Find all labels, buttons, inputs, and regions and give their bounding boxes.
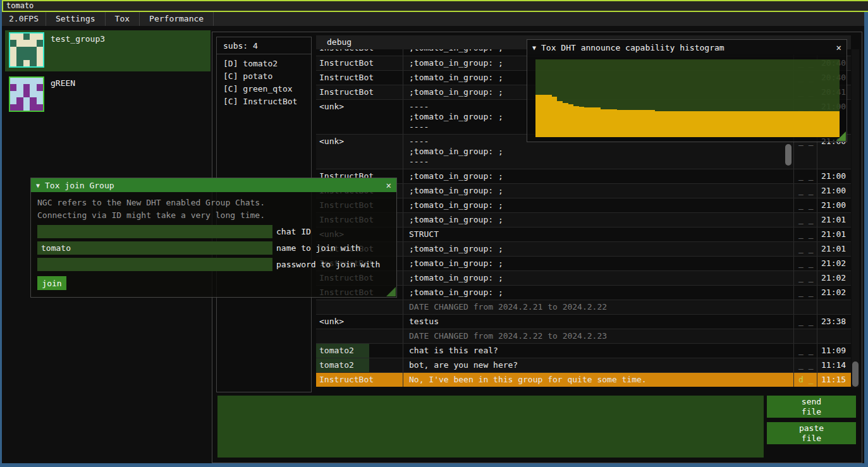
window-titlebar[interactable]: tomato (2, 0, 868, 12)
join-description-line: NGC refers to the New DHT enabled Group … (37, 197, 390, 209)
chat-message-row[interactable]: tomato2chat is this real?_ _11:09 (316, 343, 851, 358)
message-timestamp: 21:01 (817, 242, 850, 256)
histogram-bar (699, 111, 704, 137)
histogram-bar (546, 95, 552, 137)
chat-scrollbar-thumb[interactable] (852, 361, 859, 387)
message-sender: InstructBot (316, 71, 403, 85)
chat-message-row[interactable]: tomato2bot, are you new here?_ _11:14 (316, 358, 851, 372)
message-sender-cell: InstructBot (316, 373, 403, 387)
message-sender-cell (316, 329, 403, 343)
message-text: bot, are you new here? (403, 358, 794, 372)
menu-item-tox[interactable]: Tox (106, 12, 140, 26)
group-item[interactable]: gREEN (5, 75, 211, 116)
collapse-arrow-icon[interactable]: ▼ (36, 182, 40, 189)
avatar-pixel (30, 78, 36, 84)
avatar-pixel (30, 47, 36, 53)
dht-histogram-titlebar[interactable]: ▼ Tox DHT announce capability histogram … (527, 40, 847, 55)
message-input[interactable] (217, 396, 764, 458)
chat-id-input[interactable] (37, 225, 272, 238)
avatar-pixel (23, 53, 30, 59)
histogram-bar (747, 111, 753, 137)
avatar-pixel (16, 78, 23, 84)
log-scrollbar-thumb[interactable] (785, 144, 792, 166)
histogram-bar (563, 103, 568, 137)
group-item[interactable]: test_group3 (5, 30, 211, 71)
histogram-bar (791, 111, 797, 137)
avatar-pixel (16, 53, 23, 59)
join-group-title: Tox join Group (45, 181, 114, 190)
message-flags: d _ (794, 373, 817, 387)
message-sender-cell: InstructBot (316, 71, 403, 85)
avatar-pixel (10, 97, 16, 104)
histogram-bar (709, 111, 715, 137)
histogram-bar (617, 110, 623, 137)
message-sender: InstructBot (316, 49, 403, 56)
avatar-pixel (10, 53, 16, 59)
collapse-arrow-icon[interactable]: ▼ (532, 44, 536, 51)
histogram-bar (633, 110, 639, 137)
histogram-bar (764, 111, 769, 137)
send-file-button[interactable]: send file (767, 396, 856, 418)
avatar-pixel (10, 104, 16, 111)
message-text: ;tomato_in_group: ; (403, 169, 794, 183)
message-sender-cell (316, 300, 403, 314)
avatar-pixel (37, 97, 43, 104)
message-timestamp: 21:01 (817, 227, 850, 241)
histogram-bar (693, 111, 699, 137)
message-sender-cell: tomato2 (316, 344, 403, 358)
message-flags-cell (794, 300, 817, 314)
message-text: ;tomato_in_group: ; (403, 271, 794, 285)
avatar-pixel (10, 47, 16, 53)
message-sender: tomato2 (316, 344, 369, 358)
close-icon[interactable]: ✕ (386, 180, 391, 190)
dht-histogram-window: ▼ Tox DHT announce capability histogram … (527, 39, 847, 142)
chat-message-row[interactable]: <unk>testus_ _23:38 (316, 314, 851, 329)
join-name-input[interactable] (37, 241, 272, 255)
paste-file-button[interactable]: paste file (767, 422, 856, 444)
message-flags: _ _ (794, 358, 817, 372)
message-sender: tomato2 (316, 358, 369, 372)
message-timestamp: 21:01 (817, 213, 850, 227)
histogram-bar (774, 111, 780, 137)
message-text: ;tomato_in_group: ; (403, 213, 794, 227)
histogram-bar (731, 111, 737, 137)
member-list-item[interactable]: [C] potato (223, 70, 305, 83)
menu-item-settings[interactable]: Settings (46, 12, 106, 26)
date-changed-row: DATE CHANGED from 2024.2.22 to 2024.2.23 (316, 329, 851, 343)
avatar-pixel (10, 40, 16, 46)
avatar-pixel (10, 78, 16, 84)
message-flags: _ _ (794, 184, 817, 198)
avatar-pixel (37, 78, 43, 84)
avatar-pixel (10, 33, 16, 40)
message-flags: _ _ (794, 315, 817, 329)
join-password-input[interactable] (37, 258, 272, 271)
resize-grip-icon[interactable] (836, 131, 846, 141)
message-time-cell (817, 300, 850, 314)
chat-scrollbar[interactable] (852, 49, 859, 387)
message-sender-cell: <unk> (316, 100, 403, 134)
avatar-pixel (23, 40, 30, 46)
histogram-bar (655, 111, 661, 137)
join-group-titlebar[interactable]: ▼ Tox join Group ✕ (31, 178, 396, 192)
histogram-bar (742, 111, 748, 137)
menu-item-performance[interactable]: Performance (140, 12, 214, 26)
join-group-body: NGC refers to the New DHT enabled Group … (31, 192, 396, 288)
close-icon[interactable]: ✕ (836, 42, 841, 52)
chat-message-row[interactable]: InstructBotNo, I've been in this group f… (316, 372, 851, 387)
dht-histogram-title: Tox DHT announce capability histogram (541, 43, 724, 52)
histogram-bar (676, 111, 682, 137)
message-sender-cell: InstructBot (316, 56, 403, 70)
resize-grip-icon[interactable] (386, 287, 396, 296)
histogram-bar (769, 111, 775, 137)
histogram-bar (797, 111, 802, 137)
member-list-item[interactable]: [C] InstructBot (223, 95, 305, 108)
message-flags: _ _ (794, 198, 817, 212)
avatar-pixel (30, 60, 36, 66)
member-list-item[interactable]: [C] green_qtox (223, 83, 305, 95)
join-button[interactable]: join (37, 276, 66, 290)
message-timestamp: 21:02 (817, 271, 850, 285)
message-sender-cell: InstructBot (316, 85, 403, 99)
avatar-pixel (30, 33, 36, 40)
histogram-bar (720, 111, 726, 137)
member-list-item[interactable]: [D] tomato2 (223, 58, 305, 70)
